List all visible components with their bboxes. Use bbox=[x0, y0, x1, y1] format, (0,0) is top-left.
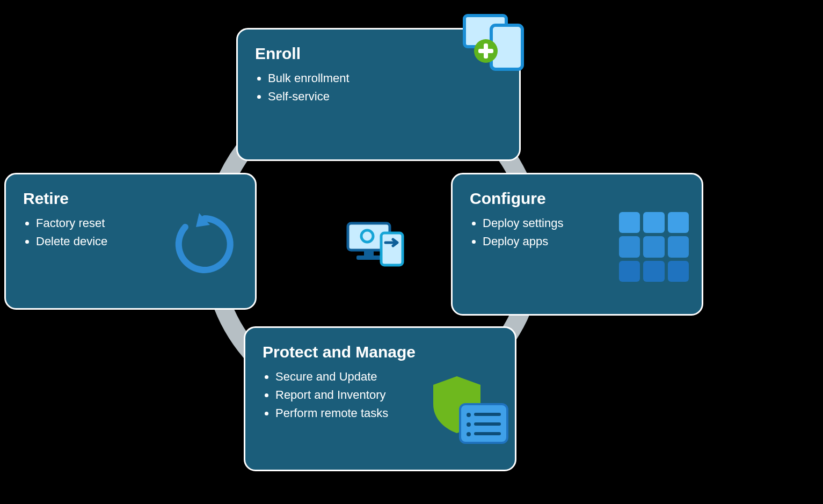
card-configure-title: Configure bbox=[470, 189, 686, 208]
card-protect-title: Protect and Manage bbox=[263, 343, 499, 361]
devices-center-icon bbox=[344, 220, 408, 268]
enroll-devices-plus-icon bbox=[461, 13, 531, 72]
svg-point-12 bbox=[467, 413, 471, 417]
svg-rect-10 bbox=[478, 49, 493, 53]
card-retire: Retire Factory reset Delete device bbox=[4, 173, 257, 310]
svg-rect-5 bbox=[381, 233, 403, 265]
svg-rect-17 bbox=[474, 432, 501, 435]
svg-rect-15 bbox=[474, 422, 501, 426]
svg-point-16 bbox=[467, 432, 471, 436]
card-configure: Configure Deploy settings Deploy apps bbox=[451, 173, 703, 316]
reset-cycle-icon bbox=[172, 212, 237, 276]
apps-grid-icon bbox=[619, 212, 689, 282]
svg-rect-13 bbox=[474, 413, 501, 416]
lifecycle-diagram: Enroll Bulk enrollment Self-service Conf… bbox=[0, 0, 823, 504]
card-protect: Protect and Manage Secure and Update Rep… bbox=[244, 326, 516, 471]
card-enroll-list: Bulk enrollment Self-service bbox=[255, 69, 503, 106]
card-enroll: Enroll Bulk enrollment Self-service bbox=[236, 28, 521, 161]
svg-point-14 bbox=[467, 422, 471, 427]
list-item: Self-service bbox=[268, 87, 503, 106]
shield-report-icon bbox=[429, 375, 509, 448]
card-retire-title: Retire bbox=[23, 189, 239, 208]
svg-rect-3 bbox=[356, 255, 381, 260]
